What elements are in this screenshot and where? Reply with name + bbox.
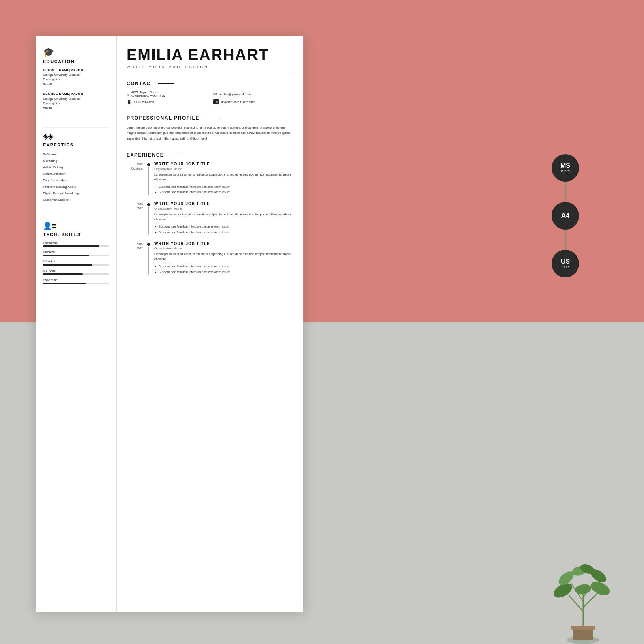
contact-section: CONTACT ⌂ 4071 Aspen Court WoburnNew Yor… (127, 81, 294, 109)
bullet-arrow-icon: ► (154, 185, 157, 190)
badge-connector-2 (565, 230, 566, 250)
contact-address: ⌂ 4071 Aspen Court WoburnNew York, USA (127, 90, 207, 98)
address-line2: WoburnNew York, USA (131, 94, 165, 98)
plant-decoration (539, 530, 628, 644)
exp-bullet-2-2: ► Suspendisse faucibus interdum posuere … (154, 230, 294, 235)
exp-bullet-2-1: ► Suspendisse faucibus interdum posuere … (154, 224, 294, 230)
experience-heading: EXPERIENCE (127, 152, 294, 158)
experience-label: EXPERIENCE (127, 152, 164, 158)
exp-year-end-2: 2017 (127, 206, 143, 211)
badge-word-label: Word (561, 169, 569, 173)
exp-year-start-1: 2015 (127, 163, 143, 167)
skill-row-4: MS Wors (43, 269, 109, 275)
experties-section: ◈◈ EXPERTIES Software Marketing Article … (43, 132, 109, 203)
exp-org-1: Organization Name (154, 167, 294, 171)
exp-bullet-3-2: ► Suspendisse faucibus interdum posuere … (154, 269, 294, 275)
skill-bar-bg-3 (43, 264, 109, 266)
experties-item-2: Marketing (43, 158, 109, 164)
badge-us-label: US (561, 258, 570, 265)
exp-desc-3: Lorem ipsum dolor sit amet, consectetur … (154, 252, 294, 262)
contact-address-text: 4071 Aspen Court WoburnNew York, USA (131, 90, 165, 98)
degree-result-1: Result (43, 82, 109, 86)
badge-ms-label: MS (560, 163, 570, 169)
experties-heading: EXPERTIES (43, 142, 109, 147)
tech-skills-heading: TECH: SKILLS (43, 232, 109, 237)
exp-title-2: WRITE YOUR JOB TITLE (154, 202, 294, 206)
degree-year-2: Passing Year (43, 101, 109, 105)
resume-name: EMILIA EARHART (127, 47, 294, 62)
bullet-arrow-icon: ► (154, 230, 157, 235)
experties-list: Software Marketing Article Writing Commu… (43, 151, 109, 203)
exp-block-3: 2015 2017 WRITE YOUR JOB TITLE Organizat… (127, 241, 294, 275)
exp-org-2: Organization Name (154, 207, 294, 210)
svg-rect-2 (571, 626, 595, 630)
experience-line (168, 155, 184, 155)
linkedin-icon: in (213, 99, 219, 104)
exp-vert-line-1 (148, 167, 149, 195)
graduation-icon: 🎓 (43, 47, 109, 58)
experties-item-4: Communication (43, 171, 109, 177)
exp-details-2: WRITE YOUR JOB TITLE Organization Name L… (154, 202, 294, 235)
bullet-arrow-icon: ► (154, 264, 157, 269)
bullet-arrow-icon: ► (154, 190, 157, 195)
exp-year-col-2: 2015 2017 (127, 202, 143, 235)
experties-item-7: Digital Design Knowledge (43, 190, 109, 197)
experties-item-5: Print Knowledge (43, 177, 109, 184)
badge-letter-label: Letter (560, 265, 570, 269)
exp-year-col-1: 2015 Continue (127, 162, 143, 195)
exp-details-3: WRITE YOUR JOB TITLE Organization Name L… (154, 241, 294, 275)
exp-dot-3 (147, 243, 150, 246)
svg-line-5 (583, 593, 597, 608)
degree-result-2: Result (43, 105, 109, 110)
badge-a4: A4 (552, 202, 579, 230)
experties-item-1: Software (43, 151, 109, 158)
badge-us-letter: US Letter (552, 250, 579, 277)
degree-name-1: DEGREE NAME|MAJOR (43, 68, 109, 72)
contact-line (158, 83, 174, 84)
resume-profession: WRITE YOUR PROFESSION (127, 65, 294, 69)
experience-section: EXPERIENCE 2015 Continue WRITE YOUR JOB … (127, 152, 294, 602)
resume-card: 🎓 EDUCATION DEGREE NAME|MAJOR College Un… (36, 36, 303, 612)
linkedin-text: linkedin.com/username (221, 100, 255, 104)
exp-line-col-3 (146, 241, 151, 275)
exp-bullet-1-1: ► Suspendisse faucibus interdum posuere … (154, 184, 294, 190)
phone-text: 617-359-4459 (134, 100, 154, 104)
skill-bar-fill-3 (43, 264, 92, 266)
exp-title-3: WRITE YOUR JOB TITLE (154, 241, 294, 246)
profile-heading: PROFESSIONAL PROFILE (127, 115, 294, 121)
degree-location-1: College University Location (43, 73, 109, 77)
contact-email: ✉ michel@yourmail.com (213, 90, 294, 98)
skill-bar-fill-5 (43, 283, 86, 284)
experties-item-6: Problem-Solving Ability (43, 184, 109, 190)
profile-line (204, 118, 220, 118)
contact-label: CONTACT (127, 81, 154, 86)
skill-bar-fill-4 (43, 273, 83, 275)
phone-icon: 📱 (127, 100, 131, 104)
experties-item-8: Customer Support (43, 197, 109, 203)
exp-org-3: Organization Name (154, 247, 294, 250)
skill-name-2: Illustrator (43, 250, 109, 254)
sidebar-divider-1 (43, 127, 109, 128)
exp-title-1: WRITE YOUR JOB TITLE (154, 162, 294, 166)
exp-line-col-1 (146, 162, 151, 195)
exp-year-col-3: 2015 2017 (127, 241, 143, 275)
degree-name-2: DEGREE NAME|MAJOR (43, 92, 109, 96)
exp-year-start-3: 2015 (127, 242, 143, 247)
tech-skills-section: 👤≡ TECH: SKILLS Photoshop Illustrator In… (43, 221, 109, 288)
contact-linkedin: in linkedin.com/username (213, 99, 294, 104)
sidebar-divider-2 (43, 215, 109, 215)
degree-block-2: DEGREE NAME|MAJOR College University Loc… (43, 92, 109, 110)
exp-desc-1: Lorem ipsum dolor sit amet, consectetur … (154, 172, 294, 182)
resume-header: EMILIA EARHART WRITE YOUR PROFESSION (127, 47, 294, 74)
degree-year-1: Passing Year (43, 77, 109, 82)
skill-bar-fill-1 (43, 245, 99, 247)
exp-year-start-2: 2015 (127, 202, 143, 207)
exp-bullets-3: ► Suspendisse faucibus interdum posuere … (154, 264, 294, 275)
exp-desc-2: Lorem ipsum dolor sit amet, consectetur … (154, 212, 294, 222)
education-section: 🎓 EDUCATION DEGREE NAME|MAJOR College Un… (43, 47, 109, 116)
skill-row-3: InDesign (43, 260, 109, 266)
exp-year-end-3: 2017 (127, 247, 143, 251)
skill-bar-fill-2 (43, 255, 89, 256)
education-heading: EDUCATION (43, 59, 109, 64)
badge-connector-1 (565, 182, 566, 202)
